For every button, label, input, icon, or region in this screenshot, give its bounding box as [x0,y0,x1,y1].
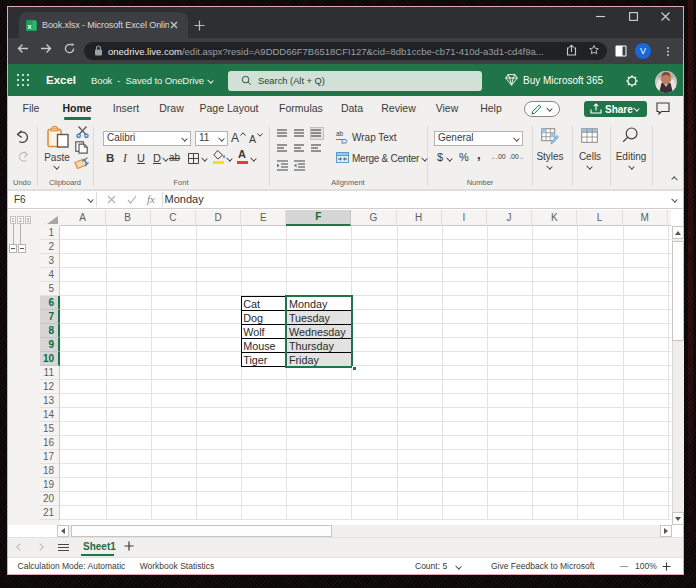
svg-text:x: x [27,22,32,31]
svg-text:ab: ab [336,130,344,137]
